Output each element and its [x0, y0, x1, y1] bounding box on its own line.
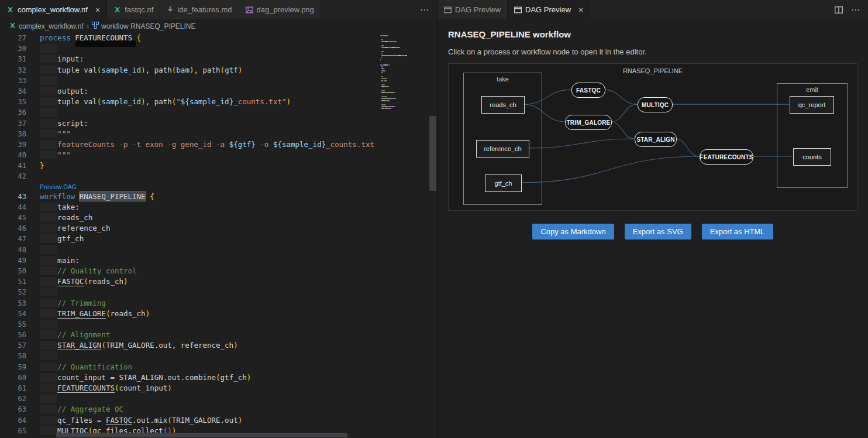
tab-dag-preview[interactable]: DAG Preview×	[508, 0, 590, 19]
line-number: 37	[0, 118, 26, 129]
code-line-50: 50 // Quality control	[0, 266, 379, 276]
line-text	[26, 351, 57, 361]
line-number: 63	[0, 404, 26, 415]
minimap-line	[381, 76, 383, 77]
line-number: 38	[0, 129, 26, 139]
tab-dag-preview[interactable]: DAG Preview	[438, 0, 508, 19]
line-number: 53	[0, 298, 26, 309]
vertical-scrollbar[interactable]	[429, 33, 437, 438]
dag-node-counts[interactable]: counts	[793, 148, 831, 166]
line-number: 39	[0, 139, 26, 150]
minimap-line	[405, 55, 407, 56]
minimap-line	[384, 108, 390, 109]
close-icon[interactable]: ×	[578, 6, 583, 14]
dag-node-gtf_ch[interactable]: gtf_ch	[485, 174, 522, 192]
close-icon[interactable]: ×	[95, 6, 100, 14]
line-text	[26, 76, 57, 86]
tab-fastqc-nf[interactable]: fastqc.nf	[107, 0, 160, 19]
export-as-svg-button[interactable]: Export as SVG	[625, 224, 691, 239]
horizontal-scrollbar-thumb[interactable]	[56, 433, 347, 437]
code-line-61: 61 FEATURECOUNTS(count_input)	[0, 383, 379, 393]
dag-diagram: RNASEQ_PIPELINEtakeemitreads_chreference…	[448, 63, 857, 211]
code-line-43: 43workflow RNASEQ_PIPELINE {	[0, 191, 379, 202]
line-number: 65	[0, 426, 26, 436]
split-editor-icon[interactable]	[835, 6, 843, 13]
code-line-41: 41}	[0, 160, 379, 171]
code-line-59: 59 // Quantification	[0, 362, 379, 372]
tab-label: dag_preview.png	[257, 5, 314, 14]
export-as-html-button[interactable]: Export as HTML	[702, 224, 773, 239]
minimap-line	[381, 80, 383, 81]
line-number: 46	[0, 223, 26, 234]
line-number: 52	[0, 287, 26, 297]
minimap-line	[381, 90, 385, 91]
code-line-35: 35 tuple val(sample_id), path("${sample_…	[0, 97, 379, 107]
dag-node-multiqc[interactable]: MULTIQC	[638, 97, 673, 112]
tab-label: DAG Preview	[525, 5, 571, 14]
tab-complex_workflow-nf[interactable]: complex_workflow.nf×	[0, 0, 107, 19]
line-text	[26, 171, 40, 182]
line-number: 27	[0, 33, 26, 43]
minimap-line	[383, 64, 388, 66]
dag-node-trim_galore[interactable]: TRIM_GALORE	[565, 115, 612, 130]
code-line-49: 49 main:	[0, 255, 379, 266]
more-actions-icon[interactable]: ⋯	[851, 5, 860, 15]
line-text: take:	[26, 202, 80, 213]
dag-node-featurecounts[interactable]: FEATURECOUNTS	[700, 149, 753, 165]
code-line-33: 33	[0, 76, 379, 86]
line-text: tuple val(sample_id), path(bam), path(gt…	[26, 65, 242, 76]
code-line-52: 52	[0, 287, 379, 297]
code-line-53: 53 // Trimming	[0, 298, 379, 309]
preview-icon	[444, 6, 452, 13]
tab-dag_preview-png[interactable]: dag_preview.png	[239, 0, 321, 19]
line-number: 57	[0, 340, 26, 351]
line-text: TRIM_GALORE(reads_ch)	[26, 309, 150, 319]
tab-label: DAG Preview	[455, 5, 501, 14]
copy-as-markdown-button[interactable]: Copy as Markdown	[532, 224, 614, 239]
line-number: 36	[0, 107, 26, 118]
minimap-line	[387, 35, 388, 36]
vertical-scrollbar-thumb[interactable]	[429, 116, 436, 191]
line-number: 50	[0, 266, 26, 276]
dag-node-qc_report[interactable]: qc_report	[790, 96, 834, 114]
dag-node-reference_ch[interactable]: reference_ch	[476, 140, 529, 158]
minimap-line	[395, 47, 399, 48]
code-line-56: 56 // Alignment	[0, 330, 379, 340]
line-text: """	[26, 150, 71, 160]
line-text: tuple val(sample_id), path("${sample_id}…	[26, 97, 291, 107]
preview-icon	[514, 6, 522, 13]
line-number: 32	[0, 65, 26, 76]
dag-node-fastqc[interactable]: FASTQC	[571, 83, 605, 98]
code-line-51: 51 FASTQC(reads_ch)	[0, 276, 379, 287]
tab-label: fastqc.nf	[125, 5, 153, 14]
code-line-60: 60 count_input = STAR_ALIGN.out.combine(…	[0, 372, 379, 383]
line-text	[26, 287, 57, 297]
minimap-line	[399, 47, 400, 48]
code-line-42: 42	[0, 171, 379, 182]
minimap-line	[385, 86, 388, 87]
line-number: 41	[0, 160, 26, 171]
dag-preview-panel: RNASEQ_PIPELINE workflow Click on a proc…	[438, 19, 868, 438]
line-text: script:	[26, 118, 88, 129]
tabbar-actions: ⋯	[412, 0, 437, 19]
code-editor[interactable]: 27process FEATURECOUNTS {30 31 input:32 …	[0, 33, 437, 438]
line-text: input:	[26, 54, 84, 64]
nextflow-icon	[113, 6, 121, 13]
minimap-line	[401, 55, 405, 56]
more-actions-icon[interactable]: ⋯	[420, 5, 429, 15]
codelens-preview-dag[interactable]: Preview DAG	[0, 182, 379, 191]
code-line-40: 40 """	[0, 150, 379, 160]
minimap-line	[381, 51, 384, 52]
minimap[interactable]	[379, 33, 429, 438]
code-line-62: 62	[0, 393, 379, 404]
line-text: qc_files = FASTQC.out.mix(TRIM_GALORE.ou…	[26, 415, 242, 426]
dag-node-reads_ch[interactable]: reads_ch	[481, 96, 525, 114]
line-number: 49	[0, 255, 26, 266]
breadcrumb-symbol[interactable]: workflow RNASEQ_PIPELINE	[92, 22, 195, 30]
tab-ide_features-md[interactable]: ide_features.md	[160, 0, 239, 19]
dag-node-star_align[interactable]: STAR_ALIGN	[635, 132, 677, 147]
minimap-line	[381, 72, 383, 73]
breadcrumb-file[interactable]: complex_workflow.nf	[9, 22, 84, 31]
minimap-line	[391, 108, 391, 109]
line-text: FEATURECOUNTS(count_input)	[26, 383, 172, 393]
